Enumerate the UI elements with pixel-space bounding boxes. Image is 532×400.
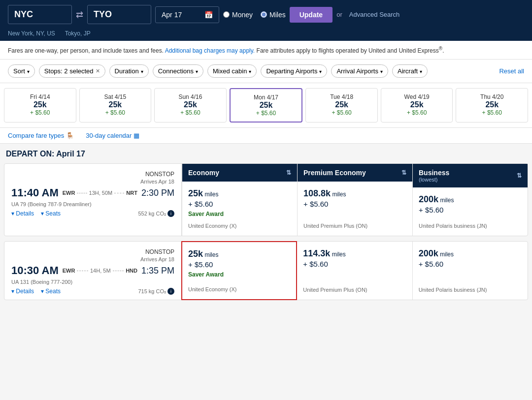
advanced-search-link[interactable]: Advanced Search	[349, 11, 400, 18]
aircraft-chevron-icon	[420, 67, 422, 75]
mixed-cabin-chevron-icon	[249, 67, 251, 75]
filters-bar: Sort Stops: 2 selected ✕ Duration Connec…	[0, 60, 532, 83]
co2-info-0: 552 kg CO₂ i	[138, 210, 174, 217]
details-link-1[interactable]: ▾ Details	[11, 288, 34, 295]
fare-miles-0-1: 108.8k miles	[303, 188, 406, 199]
origin-subtitle: New York, NY, US	[8, 30, 55, 37]
date-miles: 25k	[83, 100, 148, 109]
fare-col-label: Economy	[188, 169, 219, 177]
origin-input[interactable]: NYC	[8, 5, 72, 24]
mixed-cabin-filter[interactable]: Mixed cabin	[207, 64, 257, 78]
calendar-30day-link[interactable]: 30-day calendar ▦	[86, 132, 139, 139]
date-miles: 25k	[309, 100, 374, 109]
fare-links-bar: Compare fare types 🪑 30-day calendar ▦	[0, 128, 532, 144]
stops-filter[interactable]: Stops: 2 selected ✕	[39, 64, 105, 78]
date-carousel: Fri 4/14 25k + $5.60 Sat 4/15 25k + $5.6…	[0, 83, 532, 128]
date-fee: + $5.60	[233, 110, 299, 117]
fare-body-economy-0[interactable]: 25k miles + $5.60 Saver Award United Eco…	[182, 182, 297, 236]
or-text: or	[336, 11, 342, 18]
fare-miles-1-1: 114.3k miles	[303, 248, 406, 259]
fare-fee-0-2: + $5.60	[419, 206, 522, 214]
date-day: Sun 4/16	[158, 93, 223, 100]
sort-icon-economy[interactable]: ⇅	[286, 169, 291, 176]
fare-body-business-1[interactable]: 200k miles + $5.60 United Polaris busine…	[413, 242, 528, 300]
co2-value-1: 715 kg CO₂	[138, 288, 166, 295]
arrival-airports-filter[interactable]: Arrival Airports	[331, 64, 388, 78]
swap-icon[interactable]: ⇄	[76, 9, 83, 20]
date-card-1[interactable]: Sat 4/15 25k + $5.60	[79, 88, 152, 123]
fare-col-business-1: 200k miles + $5.60 United Polaris busine…	[413, 242, 528, 300]
date-fee: + $5.60	[309, 109, 374, 116]
fare-miles-0-2: 200k miles	[419, 194, 522, 205]
flight-row-0: NONSTOP Arrives Apr 18 11:40 AM EWR 13H,…	[4, 163, 528, 236]
nonstop-label-1: NONSTOP	[11, 248, 174, 255]
route-line-1: EWR 14H, 5M HND	[63, 268, 137, 274]
date-card-2[interactable]: Sun 4/16 25k + $5.60	[154, 88, 227, 123]
miles-radio[interactable]: Miles	[261, 11, 286, 19]
aircraft-filter[interactable]: Aircraft	[392, 64, 428, 78]
fare-col-premium_economy-1: 114.3k miles + $5.60 United Premium Plus…	[297, 242, 412, 300]
update-button[interactable]: Update	[290, 7, 332, 23]
fare-class-1-2: United Polaris business (JN)	[419, 283, 522, 293]
date-fee: + $5.60	[7, 109, 73, 116]
co2-info-icon-1[interactable]: i	[167, 288, 174, 295]
aircraft-row-0: UA 79 (Boeing 787-9 Dreamliner)	[11, 201, 174, 207]
from-airport-1: EWR	[63, 268, 75, 274]
date-card-5[interactable]: Wed 4/19 25k + $5.60	[381, 88, 453, 123]
date-input[interactable]: Apr 17 📅	[155, 6, 219, 23]
seat-icon: 🪑	[66, 132, 74, 139]
fare-body-premium_economy-1[interactable]: 114.3k miles + $5.60 United Premium Plus…	[297, 242, 412, 300]
date-miles: 25k	[233, 101, 299, 110]
fare-col-economy-0: Economy ⇅ 25k miles + $5.60 Saver Award …	[182, 164, 298, 236]
depart-on-header: DEPART ON: April 17	[4, 150, 528, 158]
flight-info-1: NONSTOP Arrives Apr 18 10:30 AM EWR 14H,…	[4, 242, 182, 300]
duration-label-1: 14H, 5M	[90, 268, 111, 274]
stops-clear-icon[interactable]: ✕	[96, 68, 100, 74]
depart-time-0: 11:40 AM	[11, 186, 59, 199]
date-miles: 25k	[384, 100, 450, 109]
times-row-1: 10:30 AM EWR 14H, 5M HND 1:35 PM	[11, 264, 174, 277]
date-card-4[interactable]: Tue 4/18 25k + $5.60	[305, 88, 378, 123]
reset-all-link[interactable]: Reset all	[499, 67, 524, 75]
date-miles: 25k	[459, 100, 525, 109]
details-link-0[interactable]: ▾ Details	[11, 210, 34, 217]
fare-col-header-business: Business (lowest) ⇅	[413, 164, 528, 187]
duration-chevron-icon	[141, 67, 143, 75]
co2-info-1: 715 kg CO₂ i	[138, 288, 174, 295]
notice-text1: Fares are one-way, per person, and inclu…	[8, 47, 164, 54]
compare-fare-types-link[interactable]: Compare fare types 🪑	[8, 132, 74, 139]
fare-col-header-premium_economy: Premium Economy ⇅	[298, 164, 412, 182]
fare-award-label-1-0: Saver Award	[188, 271, 290, 278]
arrive-time-0: 2:30 PM	[141, 188, 174, 198]
date-fee: + $5.60	[83, 109, 148, 116]
sort-chevron-icon	[27, 67, 30, 75]
date-card-6[interactable]: Thu 4/20 25k + $5.60	[456, 88, 528, 123]
date-card-3[interactable]: Mon 4/17 25k + $5.60	[230, 88, 303, 123]
sort-filter[interactable]: Sort	[8, 64, 35, 78]
seats-link-1[interactable]: ▾ Seats	[41, 288, 61, 295]
date-fee: + $5.60	[158, 109, 223, 116]
flight-footer-1: ▾ Details ▾ Seats 715 kg CO₂ i	[11, 288, 174, 295]
arrival-airports-chevron-icon	[380, 67, 383, 75]
connections-filter[interactable]: Connections	[153, 64, 203, 78]
fare-lowest-tag: (lowest)	[419, 177, 449, 183]
departing-airports-filter[interactable]: Departing Airports	[261, 64, 327, 78]
sort-icon-business[interactable]: ⇅	[517, 172, 522, 179]
sort-icon-premium_economy[interactable]: ⇅	[401, 169, 406, 176]
bag-charges-link[interactable]: Additional bag charges may apply.	[165, 47, 255, 54]
seats-link-0[interactable]: ▾ Seats	[41, 210, 61, 217]
fare-fee-1-1: + $5.60	[303, 260, 406, 268]
money-radio[interactable]: Money	[223, 11, 253, 19]
co2-value-0: 552 kg CO₂	[138, 211, 166, 217]
fare-body-economy-1[interactable]: 25k miles + $5.60 Saver Award United Eco…	[181, 241, 297, 300]
date-card-0[interactable]: Fri 4/14 25k + $5.60	[4, 88, 76, 123]
nonstop-label-0: NONSTOP	[11, 171, 174, 178]
co2-info-icon-0[interactable]: i	[167, 210, 174, 217]
fare-body-premium_economy-0[interactable]: 108.8k miles + $5.60 United Premium Plus…	[298, 182, 412, 236]
fare-body-business-0[interactable]: 200k miles + $5.60 United Polaris busine…	[413, 187, 528, 236]
duration-filter[interactable]: Duration	[109, 64, 149, 78]
grid-icon: ▦	[133, 132, 139, 139]
flights-container: NONSTOP Arrives Apr 18 11:40 AM EWR 13H,…	[4, 163, 528, 300]
fare-class-1-1: United Premium Plus (ON)	[303, 283, 406, 293]
dest-input[interactable]: TYO	[87, 5, 151, 24]
